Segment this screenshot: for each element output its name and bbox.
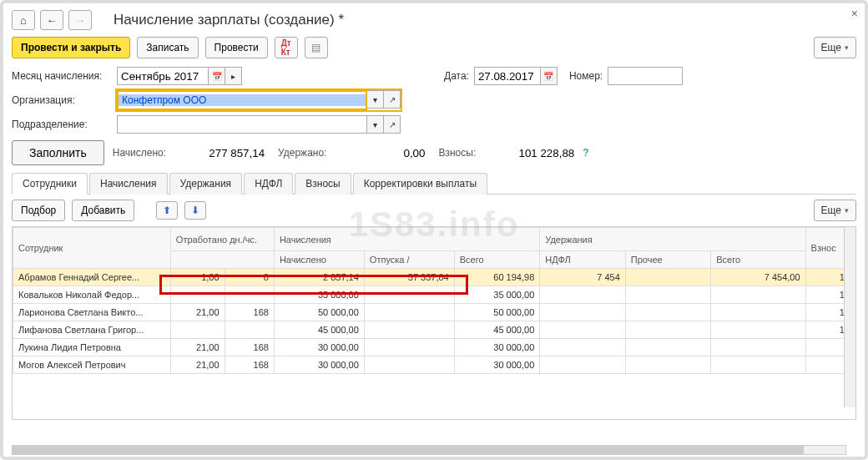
cell-proch bbox=[625, 339, 711, 356]
col-employee[interactable]: Сотрудник bbox=[13, 228, 171, 269]
cell-ch: 168 bbox=[225, 356, 274, 374]
col-other[interactable]: Прочее bbox=[625, 251, 711, 269]
tab-contributions[interactable]: Взносы bbox=[295, 173, 351, 195]
cell-dn: 1,00 bbox=[170, 269, 225, 286]
dept-input[interactable] bbox=[117, 115, 367, 134]
table-row[interactable]: Абрамов Геннадий Сергее...1,0082 857,145… bbox=[13, 269, 855, 286]
date-label: Дата: bbox=[444, 70, 469, 82]
tab-corrections[interactable]: Корректировки выплаты bbox=[353, 173, 487, 195]
col-ndfl[interactable]: НДФЛ bbox=[540, 251, 626, 269]
close-icon[interactable]: × bbox=[851, 7, 858, 20]
contrib-label: Взносы: bbox=[438, 147, 476, 159]
submit-close-button[interactable]: Провести и закрыть bbox=[12, 37, 130, 58]
forward-button[interactable]: → bbox=[68, 10, 92, 30]
page-title: Начисление зарплаты (создание) * bbox=[114, 12, 344, 28]
month-picker-icon[interactable]: 📅 bbox=[209, 67, 225, 85]
date-picker-icon[interactable]: 📅 bbox=[541, 67, 558, 85]
withheld-value bbox=[330, 144, 430, 162]
col-worked[interactable]: Отработано дн./чс. bbox=[170, 228, 274, 251]
table-row[interactable]: Могов Алексей Петрович21,0016830 000,003… bbox=[13, 356, 855, 374]
cell-ch: 168 bbox=[225, 304, 274, 321]
cell-vsego2 bbox=[711, 356, 805, 374]
table-row[interactable]: Лукина Лидия Петровна21,0016830 000,0030… bbox=[13, 339, 855, 356]
table-row[interactable]: Ковальков Николай Федор...35 000,0035 00… bbox=[13, 286, 855, 304]
org-open-icon[interactable]: ↗ bbox=[384, 90, 401, 109]
cell-dn bbox=[170, 321, 225, 339]
fill-button[interactable]: Заполнить bbox=[12, 140, 104, 165]
cell-otp bbox=[364, 356, 454, 374]
cell-emp: Могов Алексей Петрович bbox=[13, 356, 171, 374]
cell-ndfl bbox=[540, 321, 626, 339]
tab-withholdings[interactable]: Удержания bbox=[169, 173, 243, 195]
back-button[interactable]: ← bbox=[40, 10, 63, 30]
accrued-label: Начислено: bbox=[113, 147, 166, 159]
table-more-button[interactable]: Еще bbox=[814, 200, 856, 221]
col-vacation[interactable]: Отпуска / bbox=[364, 251, 454, 269]
cell-vsego2 bbox=[711, 304, 805, 321]
cell-dn: 21,00 bbox=[170, 356, 225, 374]
cell-dn bbox=[170, 286, 225, 304]
org-dropdown-icon[interactable]: ▾ bbox=[367, 90, 384, 109]
cell-vsego: 35 000,00 bbox=[454, 286, 540, 304]
cell-vsego2 bbox=[711, 286, 805, 304]
cell-vsego2: 7 454,00 bbox=[711, 269, 805, 286]
main-toolbar: Провести и закрыть Записать Провести ДтК… bbox=[12, 37, 856, 58]
move-up-button[interactable]: ⬆ bbox=[156, 201, 178, 220]
more-button[interactable]: Еще bbox=[814, 37, 856, 58]
col-accrued[interactable]: Начислено bbox=[274, 251, 364, 269]
col-withholdings[interactable]: Удержания bbox=[540, 228, 805, 251]
cell-nach: 2 857,14 bbox=[274, 269, 364, 286]
document-icon[interactable]: ▤ bbox=[305, 37, 328, 58]
move-down-button[interactable]: ⬇ bbox=[184, 201, 206, 220]
cell-otp bbox=[364, 304, 454, 321]
add-button[interactable]: Добавить bbox=[72, 200, 134, 221]
month-input[interactable] bbox=[117, 67, 209, 85]
cell-nach: 50 000,00 bbox=[274, 304, 364, 321]
tab-ndfl[interactable]: НДФЛ bbox=[244, 173, 293, 195]
select-button[interactable]: Подбор bbox=[12, 200, 65, 221]
navigation-bar: ⌂ ← → Начисление зарплаты (создание) * bbox=[12, 10, 856, 30]
employee-table: Сотрудник Отработано дн./чс. Начисления … bbox=[12, 226, 856, 420]
cell-proch bbox=[625, 269, 711, 286]
org-input[interactable]: Конфетпром ООО bbox=[119, 94, 366, 106]
submit-button[interactable]: Провести bbox=[205, 37, 268, 58]
tab-accruals[interactable]: Начисления bbox=[89, 173, 168, 195]
cell-ndfl bbox=[540, 356, 626, 374]
cell-proch bbox=[625, 304, 711, 321]
tab-bar: Сотрудники Начисления Удержания НДФЛ Взн… bbox=[12, 172, 856, 195]
month-stepper-icon[interactable]: ▸ bbox=[225, 67, 242, 85]
cell-vsego: 45 000,00 bbox=[454, 321, 540, 339]
cell-vsego: 60 194,98 bbox=[454, 269, 540, 286]
table-row[interactable]: Ларионова Светлана Викто...21,0016850 00… bbox=[13, 304, 855, 321]
help-icon[interactable]: ? bbox=[583, 147, 588, 159]
horizontal-scrollbar[interactable] bbox=[12, 445, 846, 455]
cell-dn: 21,00 bbox=[170, 339, 225, 356]
cell-vsego: 30 000,00 bbox=[454, 339, 540, 356]
accrued-value bbox=[169, 144, 270, 162]
cell-emp: Лукина Лидия Петровна bbox=[13, 339, 171, 356]
col-total2[interactable]: Всего bbox=[711, 251, 805, 269]
withheld-label: Удержано: bbox=[278, 147, 326, 159]
tab-employees[interactable]: Сотрудники bbox=[12, 173, 88, 195]
cell-emp: Ковальков Николай Федор... bbox=[13, 286, 171, 304]
cell-ndfl bbox=[540, 304, 626, 321]
cell-ch: 168 bbox=[225, 339, 274, 356]
vertical-scrollbar[interactable] bbox=[844, 227, 855, 407]
cell-dn: 21,00 bbox=[170, 304, 225, 321]
number-label: Номер: bbox=[569, 70, 603, 82]
date-input[interactable] bbox=[474, 67, 541, 85]
dept-label: Подразделение: bbox=[12, 119, 112, 130]
month-label: Месяц начисления: bbox=[12, 70, 112, 82]
cell-vsego: 50 000,00 bbox=[454, 304, 540, 321]
debit-credit-icon[interactable]: ДтКт bbox=[275, 37, 298, 58]
table-row[interactable]: Лифанова Светлана Григор...45 000,0045 0… bbox=[13, 321, 855, 339]
dept-open-icon[interactable]: ↗ bbox=[384, 115, 401, 134]
save-button[interactable]: Записать bbox=[137, 37, 198, 58]
home-button[interactable]: ⌂ bbox=[12, 10, 35, 30]
contrib-value bbox=[479, 144, 579, 162]
col-total[interactable]: Всего bbox=[454, 251, 540, 269]
col-accruals[interactable]: Начисления bbox=[274, 228, 539, 251]
dept-dropdown-icon[interactable]: ▾ bbox=[367, 115, 384, 134]
number-input[interactable] bbox=[608, 67, 683, 85]
cell-proch bbox=[625, 356, 711, 374]
